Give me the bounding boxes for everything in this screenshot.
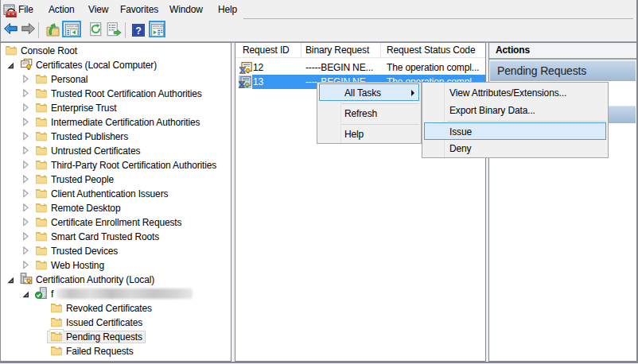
svg-text:?: ? bbox=[135, 25, 142, 37]
